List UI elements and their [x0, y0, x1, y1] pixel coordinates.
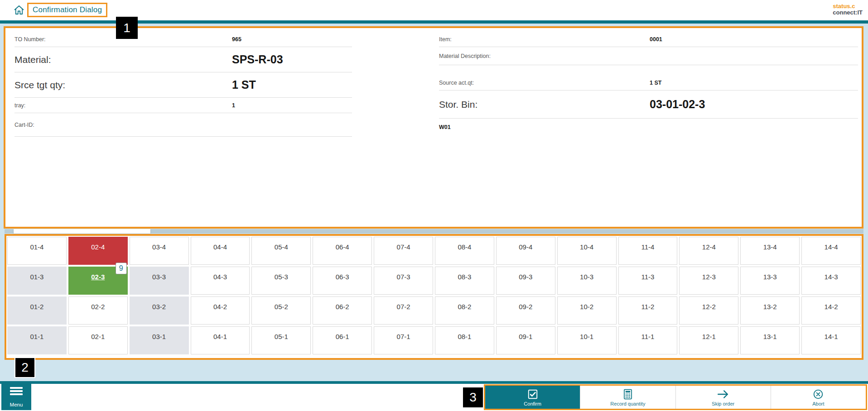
- bin-cell-02-4[interactable]: 02-4: [68, 237, 128, 265]
- field-value: 03-01-02-3: [650, 98, 705, 111]
- bin-cell-03-2[interactable]: 03-2: [130, 296, 189, 325]
- horizontal-scrollbar-track[interactable]: [5, 229, 863, 234]
- bin-cell-03-4[interactable]: 03-4: [130, 237, 189, 265]
- bin-cell-12-1[interactable]: 12-1: [679, 326, 738, 354]
- bin-cell-12-4[interactable]: 12-4: [679, 237, 738, 265]
- bin-cell-05-2[interactable]: 05-2: [251, 296, 311, 325]
- field-label: Item:: [439, 36, 650, 43]
- bin-cell-label: 11-3: [641, 273, 655, 281]
- bin-cell-11-3[interactable]: 11-3: [618, 267, 678, 295]
- bin-cell-06-3[interactable]: 06-3: [313, 267, 372, 295]
- bin-cell-02-3[interactable]: 02-39: [68, 267, 128, 295]
- bin-cell-05-3[interactable]: 05-3: [251, 267, 311, 295]
- bin-cell-label: 01-4: [30, 243, 43, 251]
- bin-cell-01-3[interactable]: 01-3: [7, 267, 67, 295]
- bin-cell-04-1[interactable]: 04-1: [191, 326, 250, 354]
- bin-cell-04-2[interactable]: 04-2: [191, 296, 250, 325]
- bin-cell-09-4[interactable]: 09-4: [496, 237, 555, 265]
- bin-cell-11-4[interactable]: 11-4: [618, 237, 678, 265]
- bin-cell-02-2[interactable]: 02-2: [68, 296, 128, 325]
- bin-cell-label: 05-3: [275, 273, 288, 281]
- horizontal-scrollbar-thumb[interactable]: [14, 229, 150, 234]
- bin-cell-07-4[interactable]: 07-4: [374, 237, 433, 265]
- storage-bin-grid-panel: 01-402-403-404-405-406-407-408-409-410-4…: [5, 234, 863, 360]
- bin-cell-label: 02-1: [91, 333, 105, 340]
- bin-cell-08-1[interactable]: 08-1: [435, 326, 494, 354]
- page-title-highlight: Confirmation Dialog: [27, 3, 107, 17]
- bin-cell-13-2[interactable]: 13-2: [740, 296, 800, 325]
- bin-cell-03-1[interactable]: 03-1: [130, 326, 189, 354]
- order-details-panel: TO Number: 965 Material: SPS-R-03 Srce t…: [4, 26, 863, 229]
- field-value: 0001: [650, 36, 662, 43]
- bin-cell-14-4[interactable]: 14-4: [801, 237, 861, 265]
- field-row-warehouse: W01: [439, 119, 858, 136]
- bin-cell-06-2[interactable]: 06-2: [313, 296, 372, 325]
- menu-button[interactable]: Menu: [1, 383, 31, 410]
- bin-cell-14-1[interactable]: 14-1: [801, 326, 861, 354]
- bin-cell-label: 10-2: [580, 303, 593, 311]
- bin-cell-13-1[interactable]: 13-1: [740, 326, 800, 354]
- bin-cell-label: 02-3: [91, 273, 105, 281]
- bin-cell-05-4[interactable]: 05-4: [251, 237, 311, 265]
- bin-cell-label: 01-1: [30, 333, 43, 340]
- field-value: 1 ST: [650, 80, 661, 86]
- field-row-material-description: Material Description:: [439, 47, 858, 65]
- bin-cell-08-4[interactable]: 08-4: [435, 237, 494, 265]
- bin-cell-10-3[interactable]: 10-3: [557, 267, 617, 295]
- details-left-column: TO Number: 965 Material: SPS-R-03 Srce t…: [14, 32, 352, 137]
- hamburger-menu-icon: [10, 387, 23, 395]
- bin-cell-12-2[interactable]: 12-2: [679, 296, 738, 325]
- bin-cell-08-3[interactable]: 08-3: [435, 267, 494, 295]
- bin-cell-03-3[interactable]: 03-3: [130, 267, 189, 295]
- home-icon[interactable]: [14, 5, 24, 15]
- brand-logo-line2: connect:IT: [833, 10, 863, 16]
- bin-cell-05-1[interactable]: 05-1: [251, 326, 311, 354]
- bin-cell-09-1[interactable]: 09-1: [496, 326, 555, 354]
- bin-cell-01-4[interactable]: 01-4: [7, 237, 67, 265]
- bin-cell-09-2[interactable]: 09-2: [496, 296, 555, 325]
- bin-cell-07-2[interactable]: 07-2: [374, 296, 433, 325]
- bin-cell-14-2[interactable]: 14-2: [801, 296, 861, 325]
- bin-cell-06-4[interactable]: 06-4: [313, 237, 372, 265]
- bin-cell-12-3[interactable]: 12-3: [679, 267, 738, 295]
- skip-order-button[interactable]: Skip order: [675, 386, 771, 409]
- bin-cell-14-3[interactable]: 14-3: [801, 267, 861, 295]
- bin-cell-label: 04-1: [213, 333, 227, 340]
- bin-cell-13-3[interactable]: 13-3: [740, 267, 800, 295]
- abort-button[interactable]: Abort: [771, 386, 866, 409]
- bin-cell-04-4[interactable]: 04-4: [191, 237, 250, 265]
- bin-cell-07-3[interactable]: 07-3: [374, 267, 433, 295]
- bin-cell-01-2[interactable]: 01-2: [7, 296, 67, 325]
- bin-cell-08-2[interactable]: 08-2: [435, 296, 494, 325]
- record-quantity-button[interactable]: Record quantity: [580, 386, 675, 409]
- bin-cell-label: 04-2: [213, 303, 227, 311]
- bin-cell-label: 01-3: [30, 273, 43, 281]
- storage-bin-grid: 01-402-403-404-405-406-407-408-409-410-4…: [6, 236, 862, 355]
- bin-cell-10-1[interactable]: 10-1: [557, 326, 617, 354]
- bin-cell-label: 13-1: [763, 333, 777, 340]
- confirmation-dialog-screen: Confirmation Dialog status.c connect:IT …: [0, 0, 868, 411]
- field-label: Stor. Bin:: [439, 99, 650, 110]
- confirm-button[interactable]: Confirm: [485, 386, 580, 409]
- field-label: Material:: [14, 54, 232, 65]
- bin-cell-04-3[interactable]: 04-3: [191, 267, 250, 295]
- bin-cell-10-2[interactable]: 10-2: [557, 296, 617, 325]
- field-row-tray: tray: 1: [14, 98, 352, 113]
- bin-cell-11-1[interactable]: 11-1: [618, 326, 678, 354]
- bin-cell-13-4[interactable]: 13-4: [740, 237, 800, 265]
- bin-cell-09-3[interactable]: 09-3: [496, 267, 555, 295]
- bin-cell-01-1[interactable]: 01-1: [7, 326, 67, 354]
- action-button-group: Confirm Record quantity: [484, 384, 867, 410]
- record-quantity-button-label: Record quantity: [580, 401, 675, 406]
- bin-cell-07-1[interactable]: 07-1: [374, 326, 433, 354]
- bin-cell-11-2[interactable]: 11-2: [618, 296, 678, 325]
- bin-cell-label: 09-3: [519, 273, 532, 281]
- bin-cell-label: 07-3: [397, 273, 410, 281]
- bin-cell-label: 10-4: [580, 243, 593, 251]
- bin-cell-02-1[interactable]: 02-1: [68, 326, 128, 354]
- bin-cell-label: 03-2: [152, 303, 166, 311]
- bin-cell-06-1[interactable]: 06-1: [313, 326, 372, 354]
- bin-cell-10-4[interactable]: 10-4: [557, 237, 617, 265]
- bin-cell-label: 08-2: [458, 303, 471, 311]
- bin-cell-label: 07-2: [397, 303, 410, 311]
